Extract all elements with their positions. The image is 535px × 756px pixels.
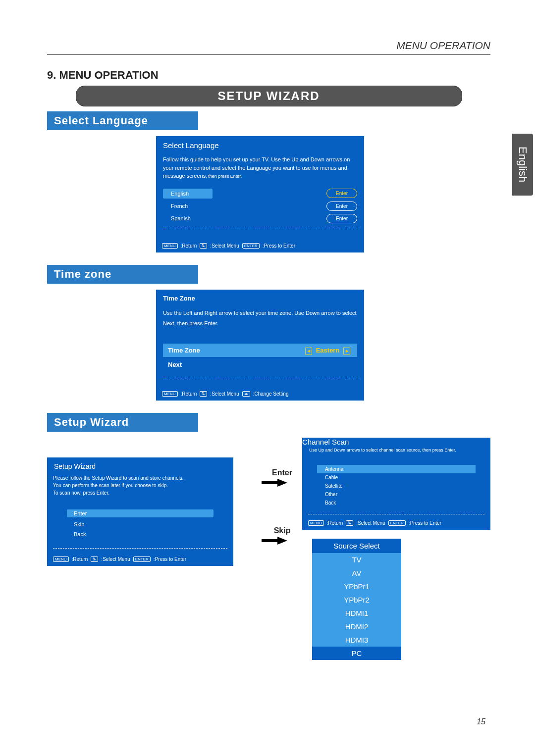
wizard-option-back[interactable]: Back — [67, 529, 214, 539]
heading-setup-wizard: Setup Wizard — [47, 413, 198, 432]
source-option-tv[interactable]: TV — [312, 553, 401, 566]
source-option-ypbpr2[interactable]: YPbPr2 — [312, 593, 401, 606]
menu-key-icon: MENU — [308, 520, 324, 526]
section-title: 9. MENU OPERATION — [47, 69, 490, 82]
updown-icon: ⇅ — [91, 556, 98, 562]
enter-key-icon: ENTER — [388, 520, 406, 526]
heading-select-language: Select Language — [47, 111, 198, 130]
panel-body: Please follow the Setup Wizard to scan a… — [47, 472, 233, 503]
enter-key-icon: ENTER — [133, 556, 151, 562]
enter-key-icon: ENTER — [242, 243, 260, 249]
side-tab-english: English — [512, 134, 533, 196]
chan-option-other[interactable]: Other — [317, 490, 476, 499]
panel-select-language: Select Language Follow this guide to hel… — [156, 136, 364, 252]
page-number: 15 — [477, 717, 485, 726]
source-option-hdmi1[interactable]: HDMI1 — [312, 606, 401, 620]
wizard-option-enter[interactable]: Enter — [67, 509, 214, 517]
arrow-right-icon[interactable]: ▸ — [343, 348, 350, 354]
panel-body: Follow this guide to help you set up you… — [156, 152, 364, 239]
panel-body: Use Up and Down arrows to select channel… — [302, 446, 490, 454]
menu-key-icon: MENU — [162, 243, 178, 249]
page-header: MENU OPERATION — [47, 40, 490, 55]
chan-option-antenna[interactable]: Antenna — [317, 465, 476, 473]
pill-setup-wizard: SETUP WIZARD — [76, 86, 462, 106]
enter-button[interactable]: Enter — [326, 189, 357, 198]
arrow-label-skip: Skip — [274, 526, 291, 535]
source-option-hdmi2[interactable]: HDMI2 — [312, 620, 401, 633]
section-title-text: MENU OPERATION — [59, 69, 159, 81]
panel-footer: MENU :Return ⇅ :Select Menu ◂▸ :Change S… — [156, 387, 364, 401]
arrow-right-icon — [277, 479, 287, 487]
panel-time-zone: Time Zone Use the Left and Right arrow t… — [156, 290, 364, 401]
language-option-spanish[interactable]: Spanish Enter — [163, 212, 357, 225]
time-zone-selector[interactable]: Time Zone ◂ Eastern ▸ — [163, 344, 357, 357]
menu-key-icon: MENU — [162, 391, 178, 397]
updown-icon: ⇅ — [200, 243, 207, 249]
menu-key-icon: MENU — [53, 556, 69, 562]
language-option-french[interactable]: French Enter — [163, 200, 357, 212]
language-option-english[interactable]: English Enter — [163, 187, 357, 201]
panel-title: Channel Scan — [302, 438, 490, 446]
panel-source-select: Source Select TV AV YPbPr1 YPbPr2 HDMI1 … — [312, 539, 401, 660]
next-button[interactable]: Next — [163, 357, 357, 373]
panel-setup-wizard: Setup Wizard Please follow the Setup Wiz… — [47, 457, 233, 566]
section-number: 9 — [47, 69, 53, 81]
enter-button[interactable]: Enter — [326, 202, 357, 211]
panel-title: Select Language — [156, 136, 364, 152]
leftright-icon: ◂▸ — [242, 391, 250, 397]
source-option-ypbpr1[interactable]: YPbPr1 — [312, 580, 401, 593]
source-option-av[interactable]: AV — [312, 566, 401, 580]
updown-icon: ⇅ — [346, 520, 353, 526]
panel-title: Source Select — [312, 539, 401, 553]
panel-footer: MENU :Return ⇅ :Select Menu ENTER :Press… — [302, 516, 490, 530]
panel-title: Setup Wizard — [47, 457, 233, 472]
arrow-left-icon[interactable]: ◂ — [305, 348, 312, 354]
chan-option-cable[interactable]: Cable — [317, 473, 476, 482]
panel-body: Use the Left and Right arrow to select y… — [156, 305, 364, 387]
heading-time-zone: Time zone — [47, 265, 198, 284]
chan-option-satellite[interactable]: Satellite — [317, 482, 476, 490]
arrow-label-enter: Enter — [272, 468, 292, 477]
updown-icon: ⇅ — [200, 391, 207, 397]
chan-option-back[interactable]: Back — [317, 499, 476, 507]
panel-channel-scan: Channel Scan Use Up and Down arrows to s… — [302, 438, 490, 530]
panel-footer: MENU :Return ⇅ :Select Menu ENTER :Press… — [156, 239, 364, 252]
source-option-pc[interactable]: PC — [312, 647, 401, 660]
panel-footer: MENU :Return ⇅ :Select Menu ENTER :Press… — [47, 553, 233, 566]
source-option-hdmi3[interactable]: HDMI3 — [312, 633, 401, 647]
wizard-option-skip[interactable]: Skip — [67, 519, 214, 529]
enter-button[interactable]: Enter — [326, 214, 357, 223]
panel-title: Time Zone — [156, 290, 364, 305]
arrow-right-icon — [277, 537, 287, 545]
